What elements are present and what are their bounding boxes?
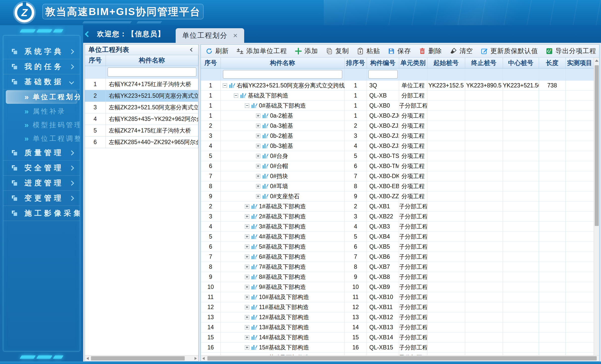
unit-project-row[interactable]: 1右幅YK274+175红崖子沟特大桥 [85,78,198,90]
toolbar-refresh-button[interactable]: 刷新 [205,47,229,55]
component-code-filter-input[interactable] [368,70,398,79]
expand-node-icon[interactable] [245,345,249,350]
sidebar-item-construction-image-collection[interactable]: 施工影像采集 [3,206,80,221]
sidebar-item-system-dictionary[interactable]: 系统字典 [3,44,80,59]
unit-project-row[interactable]: 3左幅ZK223+521.50阿克塞分离式立交跨线大桥 [85,102,198,113]
expand-node-icon[interactable] [256,144,260,148]
scrollbar-thumb[interactable] [207,356,597,360]
sidebar-subitem-unit-project-division[interactable]: »单位工程划分 [6,90,77,104]
expand-node-icon[interactable] [245,214,249,219]
table-row[interactable]: 70#挡块7QL-XB0-DK0分项工程 [201,171,594,181]
expand-node-icon[interactable] [245,224,249,229]
table-row[interactable]: 30b-2桩基3QL-XB0-ZJ2分项工程 [201,131,594,141]
expand-node-icon[interactable] [245,295,249,299]
expand-node-icon[interactable] [256,124,260,128]
unit-project-row[interactable]: 6左幅ZK285+440~ZK292+965阿尔金山特长隧道 [85,136,198,148]
table-row[interactable]: 1312#基础及下部构造13QL-XB12子分部工程 [201,312,594,322]
table-row[interactable]: 80#耳墙8QL-XB0-EBQ0分项工程 [201,181,594,191]
table-row[interactable]: 65#基础及下部构造6QL-XB5子分部工程 [201,242,594,252]
expand-node-icon[interactable] [245,245,249,249]
sidebar-subitem-attribute-supplement[interactable]: »属性补录 [3,105,80,118]
table-row[interactable]: 40b-3桩基4QL-XB0-ZJ3分项工程 [201,141,594,151]
expand-node-icon[interactable] [256,194,260,198]
table-row[interactable]: 50#台身5QL-XB0-TS0分项工程 [201,151,594,161]
table-row[interactable]: 10a-2桩基1QL-XB0-ZJ0分项工程 [201,111,594,121]
tab-unit-project-division[interactable]: 单位工程划分 × [176,28,244,43]
collapse-sidebar-icon[interactable] [85,31,91,37]
scroll-left-icon[interactable] [202,357,205,360]
expand-node-icon[interactable] [245,335,249,340]
expand-node-icon[interactable] [245,275,249,279]
unit-project-row[interactable]: 4右幅YK285+435~YK292+962阿尔金山特长隧道 [85,113,198,125]
expand-node-icon[interactable] [256,114,260,118]
expand-node-icon[interactable] [245,305,249,309]
unit-project-row[interactable]: 5左幅ZK274+175红崖子沟特大桥 [85,125,198,136]
sidebar-subitem-model-code-management[interactable]: »模型挂码管理 [3,118,80,132]
table-row[interactable]: 21#基础及下部构造2QL-XB1子分部工程 [201,201,594,211]
expand-node-icon[interactable] [256,134,260,138]
expand-node-icon[interactable] [245,235,249,239]
scroll-left-icon[interactable] [86,357,89,360]
toolbar-update-qa-default-button[interactable]: 更新质保默认值 [481,47,538,55]
vertical-scrollbar[interactable] [594,58,599,355]
scroll-up-icon[interactable] [595,59,598,62]
table-row[interactable]: 32#基础及下部构造3QL-XB22子分部工程 [201,211,594,221]
expand-node-icon[interactable] [256,164,260,168]
table-row[interactable]: 1514#基础及下部构造15QL-XB14子分部工程 [201,332,594,342]
sidebar-item-my-tasks[interactable]: 我的任务 [3,59,80,74]
table-row[interactable]: 1右幅YK223+521.50阿克塞分离式立交跨线大桥13Q单位工程YK223+… [201,80,594,90]
main-horizontal-scrollbar[interactable] [201,355,599,361]
scrollbar-thumb[interactable] [595,65,599,226]
sidebar-item-progress-management[interactable]: 进度管理 [3,176,80,191]
collapse-node-icon[interactable] [223,83,227,88]
toolbar-export-subitem-button[interactable]: 导出分项工程 [546,47,596,55]
expand-node-icon[interactable] [245,315,249,319]
expand-node-icon[interactable] [245,265,249,269]
expand-node-icon[interactable] [256,174,260,178]
sidebar-item-change-management[interactable]: 变更管理 [3,191,80,206]
table-row[interactable]: 1110#基础及下部构造11QL-XB10子分部工程 [201,292,594,302]
table-row[interactable]: 1716#基础及下部构造17QL-XB16子分部工程 [201,352,594,355]
unit-horizontal-scrollbar[interactable] [85,355,198,361]
toolbar-add-unit-project-button[interactable]: 添加单位工程 [236,47,287,55]
expand-node-icon[interactable] [245,204,249,209]
toolbar-clear-button[interactable]: 清空 [450,47,473,55]
expand-node-icon[interactable] [245,325,249,329]
scroll-right-icon[interactable] [195,357,197,360]
collapse-node-icon[interactable] [234,93,238,98]
unit-project-row[interactable]: 2右幅YK223+521.50阿克塞分离式立交跨线大桥 [85,90,198,102]
expand-node-icon[interactable] [256,154,260,158]
close-tab-icon[interactable]: × [233,32,238,39]
collapse-node-icon[interactable] [245,104,249,108]
table-row[interactable]: 1413#基础及下部构造14QL-XB13子分部工程 [201,322,594,332]
expand-node-icon[interactable] [256,184,260,188]
expand-node-icon[interactable] [245,285,249,289]
sidebar-item-safety-management[interactable]: 安全管理 [3,160,80,176]
table-row[interactable]: 1211#基础及下部构造12QL-XB11子分部工程 [201,302,594,312]
scrollbar-thumb[interactable] [91,356,185,360]
table-row[interactable]: 98#基础及下部构造9QL-XB8子分部工程 [201,272,594,282]
unit-name-filter-input[interactable] [108,68,197,77]
toolbar-paste-button[interactable]: 粘贴 [357,47,380,55]
table-row[interactable]: 1基础及下部构造1QL-XB分部工程 [201,90,594,101]
table-row[interactable]: 20a-3桩基2QL-XB0-ZJ1分项工程 [201,121,594,131]
collapse-panel-icon[interactable] [190,48,194,52]
sidebar-item-base-data[interactable]: 基础数据 [3,74,80,89]
toolbar-delete-button[interactable]: 删除 [419,47,442,55]
sidebar-item-quality-management[interactable]: 质量管理 [3,145,80,160]
table-row[interactable]: 60#台帽6QL-XB0-TM0分项工程 [201,161,594,171]
table-row[interactable]: 76#基础及下部构造7QL-XB6子分部工程 [201,252,594,262]
toolbar-save-button[interactable]: 保存 [388,47,411,55]
table-row[interactable]: 109#基础及下部构造10QL-XB9子分部工程 [201,282,594,292]
table-row[interactable]: 1615#基础及下部构造16QL-XB15子分部工程 [201,342,594,352]
table-row[interactable]: 54#基础及下部构造5QL-XB4子分部工程 [201,231,594,242]
component-name-filter-input[interactable] [223,70,342,79]
table-row[interactable]: 43#基础及下部构造4QL-XB3子分部工程 [201,221,594,231]
table-row[interactable]: 90#支座垫石9QL-XB0-ZZDS0分项工程 [201,191,594,201]
toolbar-copy-button[interactable]: 复制 [326,47,349,55]
expand-node-icon[interactable] [245,255,249,259]
toolbar-add-button[interactable]: 添加 [295,47,318,55]
table-row[interactable]: 87#基础及下部构造8QL-XB7子分部工程 [201,262,594,272]
sidebar-subitem-unit-project-adjust[interactable]: »单位工程调整 [3,132,80,145]
table-row[interactable]: 10#基础及下部构造1QL-XB0子分部工程 [201,101,594,111]
